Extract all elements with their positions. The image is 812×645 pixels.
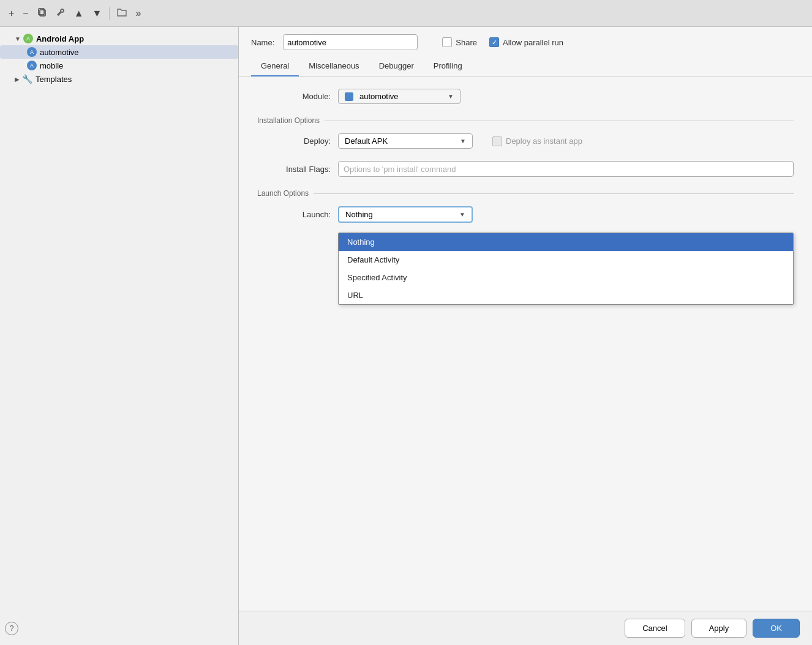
instant-app-checkbox[interactable]	[492, 136, 502, 146]
sidebar-automotive-label: automotive	[40, 48, 79, 57]
add-button[interactable]: +	[6, 7, 17, 20]
sidebar-templates-label: Templates	[36, 75, 72, 84]
mobile-icon: A	[27, 61, 37, 70]
launch-option-default-activity[interactable]: Default Activity	[339, 251, 793, 269]
parallel-label: Allow parallel run	[503, 38, 563, 47]
cancel-button[interactable]: Cancel	[625, 619, 685, 638]
main-content: ▼ A Android App A automotive A mobile ▶ …	[0, 27, 812, 645]
launch-option-nothing[interactable]: Nothing	[339, 233, 793, 251]
install-flags-row: Install Flags:	[257, 161, 794, 177]
android-app-icon: A	[23, 34, 33, 43]
launch-options-label: Launch Options	[257, 189, 794, 198]
install-flags-input[interactable]	[338, 161, 794, 177]
module-icon	[345, 92, 353, 101]
name-input[interactable]	[283, 34, 418, 50]
tab-profiling[interactable]: Profiling	[424, 56, 472, 76]
installation-options-label: Installation Options	[257, 116, 794, 125]
sidebar-spacer	[0, 86, 238, 617]
automotive-icon: A	[27, 47, 37, 57]
instant-app-label: Deploy as instant app	[506, 136, 582, 146]
sidebar: ▼ A Android App A automotive A mobile ▶ …	[0, 27, 239, 645]
deploy-label: Deploy:	[257, 136, 331, 146]
sidebar-item-templates[interactable]: ▶ 🔧 Templates	[0, 72, 238, 86]
deploy-dropdown-arrow: ▼	[460, 138, 466, 144]
tab-general[interactable]: General	[251, 56, 299, 76]
tabs: General Miscellaneous Debugger Profiling	[239, 56, 812, 76]
launch-dropdown-arrow: ▼	[459, 211, 465, 218]
deploy-row: Deploy: Default APK ▼ Deploy as instant …	[257, 133, 794, 149]
apply-button[interactable]: Apply	[691, 619, 747, 638]
module-dropdown[interactable]: automotive ▼	[338, 89, 461, 104]
deploy-value: Default APK	[345, 136, 388, 146]
launch-label: Launch:	[257, 210, 331, 219]
name-label: Name:	[251, 38, 274, 47]
sidebar-item-android-app[interactable]: ▼ A Android App	[0, 32, 238, 45]
toolbar-divider	[109, 7, 110, 20]
sidebar-mobile-label: mobile	[40, 61, 63, 70]
folder-button[interactable]	[115, 7, 129, 20]
up-button[interactable]: ▲	[72, 7, 86, 20]
copy-button[interactable]	[35, 6, 50, 21]
launch-row: Launch: Nothing ▼	[257, 206, 794, 223]
more-button[interactable]: »	[133, 7, 143, 20]
deploy-dropdown[interactable]: Default APK ▼	[338, 133, 473, 149]
expand-arrow-android-app: ▼	[15, 35, 21, 42]
tab-debugger[interactable]: Debugger	[369, 56, 424, 76]
module-value: automotive	[359, 92, 399, 101]
launch-option-specified-activity[interactable]: Specified Activity	[339, 269, 793, 286]
remove-button[interactable]: −	[20, 7, 31, 20]
module-dropdown-arrow: ▼	[448, 93, 454, 100]
expand-arrow-templates: ▶	[15, 76, 20, 83]
parallel-area: ✓ Allow parallel run	[489, 37, 563, 47]
launch-dropdown-popup: Nothing Default Activity Specified Activ…	[338, 233, 794, 305]
down-button[interactable]: ▼	[90, 7, 105, 20]
launch-value: Nothing	[345, 210, 373, 219]
share-area: Share	[442, 37, 477, 47]
help-button[interactable]: ?	[5, 622, 18, 635]
toolbar: + − ▲ ▼ »	[0, 0, 812, 27]
module-label: Module:	[257, 92, 331, 101]
module-row: Module: automotive ▼	[257, 89, 794, 104]
share-label: Share	[456, 38, 477, 47]
share-checkbox[interactable]	[442, 37, 452, 47]
instant-app-area: Deploy as instant app	[492, 136, 582, 146]
install-flags-label: Install Flags:	[257, 165, 331, 174]
templates-wrench-icon: 🔧	[22, 74, 32, 84]
name-row: Name: Share ✓ Allow parallel run	[239, 27, 812, 56]
launch-option-url[interactable]: URL	[339, 286, 793, 304]
wrench-button[interactable]	[53, 6, 68, 21]
launch-dropdown[interactable]: Nothing ▼	[338, 206, 473, 223]
content-area: Module: automotive ▼ Installation Option…	[239, 76, 812, 611]
sidebar-android-app-label: Android App	[36, 34, 84, 43]
sidebar-item-mobile[interactable]: A mobile	[0, 59, 238, 72]
bottom-bar: Cancel Apply OK	[239, 611, 812, 645]
sidebar-item-automotive[interactable]: A automotive	[0, 45, 238, 59]
parallel-checkbox[interactable]: ✓	[489, 37, 499, 47]
ok-button[interactable]: OK	[753, 619, 800, 638]
tab-miscellaneous[interactable]: Miscellaneous	[299, 56, 369, 76]
right-panel: Name: Share ✓ Allow parallel run General…	[239, 27, 812, 645]
sidebar-footer: ?	[0, 617, 238, 640]
